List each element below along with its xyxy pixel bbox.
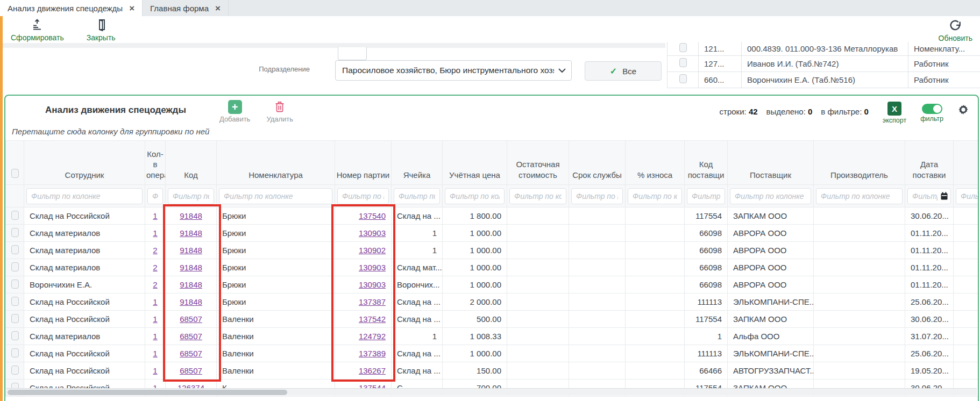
settings-button[interactable] <box>957 104 969 116</box>
filter-input-employee[interactable] <box>26 188 143 204</box>
filter-input-ops[interactable] <box>147 188 163 204</box>
col-header-residual[interactable]: Остаточная стоимость <box>507 141 569 185</box>
code-link[interactable]: 68507 <box>180 314 202 324</box>
side-table-row[interactable]: 121...000.4839. 011.000-93-136 Металлору… <box>667 42 980 55</box>
filter-input-price[interactable] <box>445 188 505 204</box>
tab-analysis[interactable]: Анализ движения спецодежды × <box>0 0 143 16</box>
row-checkbox[interactable] <box>11 348 19 357</box>
department-dropdown[interactable]: Паросиловое хозяйство, Бюро инструментал… <box>335 60 572 81</box>
select-all-checkbox[interactable] <box>11 169 19 178</box>
side-table-row[interactable]: 127...Иванов И.И. (Таб.№742)Работник <box>667 55 980 71</box>
table-row[interactable]: Склад на Российской168507Валенки137542Ск… <box>6 311 978 328</box>
col-header-supplier_code[interactable]: Код поставщи <box>685 141 728 185</box>
close-icon[interactable]: × <box>215 4 221 13</box>
code-link[interactable]: 91848 <box>180 280 202 289</box>
side-table-row[interactable]: 660...Ворончихин Е.А. (Таб.№516)Работник <box>667 71 980 88</box>
row-checkbox[interactable] <box>679 58 687 67</box>
ops-link[interactable]: 1 <box>153 314 157 324</box>
ops-link[interactable]: 1 <box>153 228 157 238</box>
batch-link[interactable]: 137387 <box>359 297 386 306</box>
code-link[interactable]: 91848 <box>180 297 202 306</box>
batch-link[interactable]: 137540 <box>359 211 386 220</box>
col-header-batch[interactable]: Номер партии <box>335 141 392 185</box>
add-button[interactable]: + Добавить <box>219 100 250 123</box>
calendar-icon[interactable] <box>941 192 948 200</box>
row-checkbox[interactable] <box>11 366 19 375</box>
code-link[interactable]: 68507 <box>180 332 202 341</box>
filter-input-residual[interactable] <box>509 188 566 204</box>
col-header-wear[interactable]: % износа <box>626 141 685 185</box>
code-link[interactable]: 91848 <box>180 246 202 255</box>
select-all-departments-button[interactable]: ✓ Все <box>585 61 662 81</box>
code-link[interactable]: 91848 <box>180 211 202 220</box>
filter-input-nomenclature[interactable] <box>219 188 332 204</box>
batch-link[interactable]: 130902 <box>359 246 386 255</box>
batch-link[interactable]: 137542 <box>359 314 386 324</box>
row-checkbox[interactable] <box>679 74 687 83</box>
col-header-cell[interactable]: Ячейка <box>392 141 443 185</box>
table-row[interactable]: Склад на Российской168507Валенки136267Ск… <box>6 362 978 379</box>
filter-input-wear[interactable] <box>628 188 682 204</box>
export-button[interactable]: X экспорт <box>883 100 906 124</box>
table-row[interactable]: Склад материалов168507Валенки12479211 00… <box>6 328 978 345</box>
row-checkbox[interactable] <box>679 43 687 52</box>
generate-button[interactable]: Сформировать <box>11 18 64 42</box>
refresh-button[interactable]: Обновить <box>939 19 972 42</box>
code-link[interactable]: 68507 <box>180 366 202 375</box>
batch-link[interactable]: 136267 <box>359 366 386 375</box>
row-checkbox[interactable] <box>11 331 19 340</box>
batch-link[interactable]: 130903 <box>359 263 386 272</box>
code-link[interactable]: 68507 <box>180 349 202 358</box>
batch-link[interactable]: 130903 <box>359 228 386 238</box>
delete-button[interactable]: Удалить <box>266 100 293 123</box>
filter-input-supplier[interactable] <box>730 188 811 204</box>
table-row[interactable]: Склад материалов191848Брюки13090311 000.… <box>6 225 978 242</box>
table-row[interactable]: Склад на Российской168507Валенки137389Ск… <box>6 345 978 362</box>
table-row[interactable]: Ворончихин Е.А.291848Брюки130903Ворончих… <box>6 276 978 293</box>
horizontal-scrollbar[interactable] <box>6 388 977 396</box>
row-checkbox[interactable] <box>11 262 19 271</box>
filter-input-season[interactable] <box>956 188 978 204</box>
col-header-employee[interactable]: Сотрудник <box>24 141 145 185</box>
batch-link[interactable]: 137389 <box>359 349 386 358</box>
ops-link[interactable]: 1 <box>153 211 157 220</box>
col-header-manufacturer[interactable]: Производитель <box>814 141 905 185</box>
row-checkbox[interactable] <box>11 314 19 323</box>
ops-link[interactable]: 2 <box>153 263 157 272</box>
row-checkbox[interactable] <box>11 297 19 306</box>
filter-input-manufacturer[interactable] <box>816 188 903 204</box>
close-icon[interactable]: × <box>129 4 134 13</box>
ops-link[interactable]: 1 <box>153 332 157 341</box>
code-link[interactable]: 91848 <box>180 263 202 272</box>
col-header-code[interactable]: Код <box>166 141 217 185</box>
filter-toggle[interactable]: фильтр <box>920 100 943 123</box>
table-row[interactable]: Склад на Российской191848Брюки137387Скла… <box>6 293 978 311</box>
row-checkbox[interactable] <box>11 245 19 254</box>
close-form-button[interactable]: Закрыть <box>87 18 116 42</box>
col-header-nomenclature[interactable]: Номенклатура <box>217 141 335 185</box>
filter-input-cell[interactable] <box>394 188 440 204</box>
ops-link[interactable]: 1 <box>153 366 157 375</box>
filter-input-lifetime[interactable] <box>571 188 623 204</box>
col-header-lifetime[interactable]: Срок службы <box>569 141 626 185</box>
col-header-supplier[interactable]: Поставщик <box>728 141 814 185</box>
row-checkbox[interactable] <box>11 280 19 289</box>
code-link[interactable]: 91848 <box>180 228 202 238</box>
tab-main-form[interactable]: Главная форма × <box>143 0 229 16</box>
col-header-price[interactable]: Учётная цена <box>443 141 507 185</box>
col-header-delivery_date[interactable]: Дата поставки <box>905 141 954 185</box>
batch-link[interactable]: 130903 <box>359 280 386 289</box>
table-row[interactable]: Склад материалов291848Брюки13090211 000.… <box>6 242 978 259</box>
ops-link[interactable]: 2 <box>153 280 157 289</box>
toggle-switch[interactable] <box>922 104 942 114</box>
row-checkbox[interactable] <box>11 211 19 220</box>
filter-input-supplier_code[interactable] <box>687 188 725 204</box>
ops-link[interactable]: 1 <box>153 297 157 306</box>
ops-link[interactable]: 1 <box>153 349 157 358</box>
col-header-season[interactable]: Се... <box>954 141 978 185</box>
ops-link[interactable]: 2 <box>153 246 157 255</box>
filter-input-code[interactable] <box>168 188 214 204</box>
table-row[interactable]: Склад материалов291848Брюки130903Склад м… <box>6 259 978 276</box>
scrollbar-thumb[interactable] <box>8 390 287 395</box>
row-checkbox[interactable] <box>11 228 19 237</box>
